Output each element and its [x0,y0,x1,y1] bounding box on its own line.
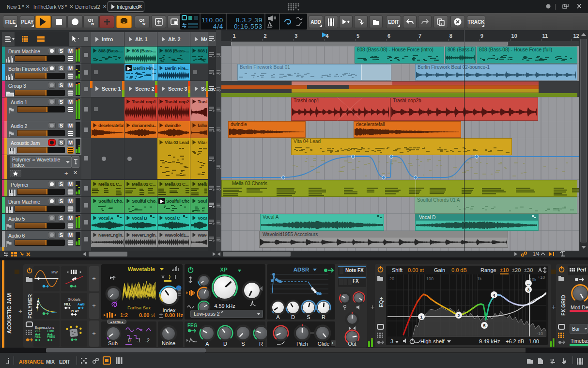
svg-text:Globals: Globals [68,297,81,302]
svg-text:w: w [91,21,94,26]
svg-text:1: 1 [420,315,422,320]
svg-text:5: 5 [483,323,485,328]
svg-text:MW: MW [51,271,58,274]
svg-text:w: w [142,21,146,26]
svg-text:PRES: PRES [47,335,55,338]
svg-text:REL: REL [35,335,41,338]
svg-text:VEL: VEL [35,329,41,333]
svg-text:FILL: FILL [64,303,71,306]
svg-text:A◆B: A◆B [77,303,85,306]
svg-text:2: 2 [457,313,460,318]
svg-text:3: 3 [527,288,529,292]
svg-text:PLAY: PLAY [71,309,79,313]
svg-text:TIMB: TIMB [47,329,55,333]
svg-text:4: 4 [493,293,495,298]
